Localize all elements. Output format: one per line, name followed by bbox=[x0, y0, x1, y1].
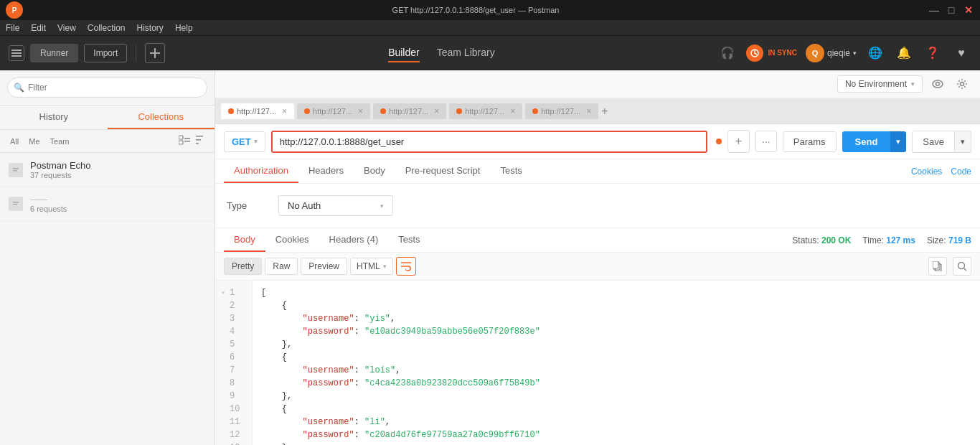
svg-rect-18 bbox=[13, 204, 17, 205]
copy-response-btn[interactable] bbox=[928, 257, 947, 276]
bell-icon[interactable]: 🔔 bbox=[894, 43, 914, 63]
params-btn[interactable]: Params bbox=[783, 131, 837, 152]
tab-builder[interactable]: Builder bbox=[388, 44, 420, 62]
collection-meta-2: 6 requests bbox=[30, 205, 67, 213]
req-tab-1[interactable]: http://127... × bbox=[221, 103, 294, 119]
word-wrap-btn[interactable] bbox=[396, 257, 416, 276]
collection-meta: 37 requests bbox=[30, 171, 91, 179]
send-group: Send ▾ bbox=[842, 131, 907, 152]
env-settings-icon[interactable] bbox=[953, 75, 971, 93]
resp-tab-tests[interactable]: Tests bbox=[388, 228, 430, 252]
filter-team[interactable]: Team bbox=[47, 136, 72, 147]
headset-icon[interactable]: 🎧 bbox=[717, 43, 738, 63]
search-response-btn[interactable] bbox=[953, 257, 971, 276]
search-icon: 🔍 bbox=[14, 83, 24, 93]
req-tab-close-4[interactable]: × bbox=[510, 106, 515, 116]
main-layout: 🔍 History Collections All Me Team bbox=[0, 70, 980, 445]
req-tab-close-2[interactable]: × bbox=[358, 106, 363, 116]
collection-item[interactable]: Postman Echo 37 requests bbox=[0, 153, 215, 187]
add-url-btn[interactable]: + bbox=[727, 130, 750, 153]
url-input[interactable] bbox=[273, 132, 706, 151]
import-button[interactable]: Import bbox=[84, 44, 127, 62]
resp-tab-body[interactable]: Body bbox=[224, 228, 265, 252]
tab-history[interactable]: History bbox=[0, 106, 108, 129]
titlebar-left: P bbox=[6, 1, 23, 19]
send-button[interactable]: Send bbox=[842, 131, 891, 152]
env-eye-icon[interactable] bbox=[928, 75, 947, 93]
subtab-pre-request[interactable]: Pre-request Script bbox=[395, 159, 491, 183]
new-collection-btn[interactable] bbox=[179, 134, 190, 148]
filter-me[interactable]: Me bbox=[26, 136, 42, 147]
new-request-tab-btn[interactable]: + bbox=[601, 105, 608, 118]
req-tab-close-5[interactable]: × bbox=[586, 106, 591, 116]
new-tab-icon[interactable] bbox=[145, 43, 165, 63]
time-value: 127 ms bbox=[886, 235, 915, 245]
titlebar: P GET http://127.0.0.1:8888/get_user — P… bbox=[0, 0, 980, 20]
line-num-3: ▾3 bbox=[215, 312, 252, 325]
avatar: Q bbox=[806, 44, 824, 62]
menu-view[interactable]: View bbox=[57, 23, 76, 33]
req-tab-4[interactable]: http://127... × bbox=[449, 103, 522, 119]
code-link[interactable]: Code bbox=[951, 167, 971, 177]
runner-button[interactable]: Runner bbox=[30, 44, 78, 62]
support-icon[interactable]: ❓ bbox=[923, 43, 943, 63]
menu-edit[interactable]: Edit bbox=[31, 23, 46, 33]
cookies-link[interactable]: Cookies bbox=[911, 167, 942, 177]
save-dropdown[interactable]: ▾ bbox=[955, 131, 971, 153]
req-tab-dot-3 bbox=[380, 108, 386, 114]
auth-type-value: No Auth bbox=[288, 200, 321, 211]
code-content[interactable]: [ { "username": "yis", "password": "e10a… bbox=[253, 281, 980, 445]
subtab-tests[interactable]: Tests bbox=[490, 159, 532, 183]
req-tab-3[interactable]: http://127... × bbox=[373, 103, 446, 119]
url-input-wrap bbox=[271, 131, 707, 153]
tab-team-library[interactable]: Team Library bbox=[437, 44, 495, 62]
req-tab-label-1: http://127... bbox=[237, 107, 276, 116]
auth-type-label: Type bbox=[227, 200, 270, 211]
svg-point-19 bbox=[933, 80, 943, 88]
response-format-bar: Pretty Raw Preview HTML ▾ bbox=[215, 253, 980, 281]
req-tab-close-1[interactable]: × bbox=[282, 106, 287, 116]
auth-type-select[interactable]: No Auth ▾ bbox=[278, 195, 393, 216]
env-select[interactable]: No Environment ▾ bbox=[837, 75, 923, 93]
close-btn[interactable]: ✕ bbox=[963, 4, 974, 16]
heart-icon[interactable]: ♥ bbox=[951, 43, 971, 63]
subtab-authorization[interactable]: Authorization bbox=[224, 159, 298, 183]
sort-btn[interactable] bbox=[196, 134, 207, 148]
fmt-preview-btn[interactable]: Preview bbox=[301, 258, 347, 275]
req-tab-label-2: http://127... bbox=[313, 107, 352, 116]
menu-history[interactable]: History bbox=[137, 23, 164, 33]
subtab-headers[interactable]: Headers bbox=[298, 159, 354, 183]
line-num-6: ▾6 bbox=[215, 351, 252, 364]
filter-all[interactable]: All bbox=[7, 136, 22, 147]
globe-icon[interactable]: 🌐 bbox=[865, 43, 885, 63]
req-tab-2[interactable]: http://127... × bbox=[297, 103, 370, 119]
sync-button[interactable]: IN SYNC bbox=[746, 44, 797, 62]
req-tab-label-3: http://127... bbox=[389, 107, 428, 116]
time-label-text: Time: 127 ms bbox=[862, 235, 915, 245]
tab-collections[interactable]: Collections bbox=[108, 106, 215, 129]
filter-input[interactable] bbox=[7, 78, 207, 98]
resp-tab-headers[interactable]: Headers (4) bbox=[319, 228, 389, 252]
svg-rect-1 bbox=[11, 52, 22, 54]
sidebar-toggle[interactable] bbox=[9, 45, 24, 61]
user-menu[interactable]: Q qieqie ▾ bbox=[806, 44, 857, 62]
collection-item[interactable]: —— 6 requests bbox=[0, 187, 215, 221]
send-dropdown[interactable]: ▾ bbox=[890, 131, 906, 152]
subtab-body[interactable]: Body bbox=[354, 159, 395, 183]
svg-rect-0 bbox=[11, 50, 22, 51]
menu-help[interactable]: Help bbox=[175, 23, 193, 33]
req-tab-5[interactable]: http://127... × bbox=[525, 103, 598, 119]
save-button[interactable]: Save bbox=[912, 131, 955, 153]
more-options-btn[interactable]: ··· bbox=[755, 131, 777, 152]
menu-collection[interactable]: Collection bbox=[88, 23, 126, 33]
resp-tab-cookies[interactable]: Cookies bbox=[265, 228, 319, 252]
toolbar-right: 🎧 IN SYNC Q qieqie ▾ 🌐 🔔 ❓ ♥ bbox=[717, 43, 971, 63]
method-select[interactable]: GET ▾ bbox=[224, 131, 265, 152]
fmt-raw-btn[interactable]: Raw bbox=[265, 258, 298, 275]
fmt-pretty-btn[interactable]: Pretty bbox=[224, 258, 262, 275]
minimize-btn[interactable]: — bbox=[928, 4, 940, 16]
fmt-type-select[interactable]: HTML ▾ bbox=[350, 258, 393, 275]
req-tab-close-3[interactable]: × bbox=[434, 106, 439, 116]
menu-file[interactable]: File bbox=[6, 23, 19, 33]
maximize-btn[interactable]: □ bbox=[946, 4, 957, 16]
